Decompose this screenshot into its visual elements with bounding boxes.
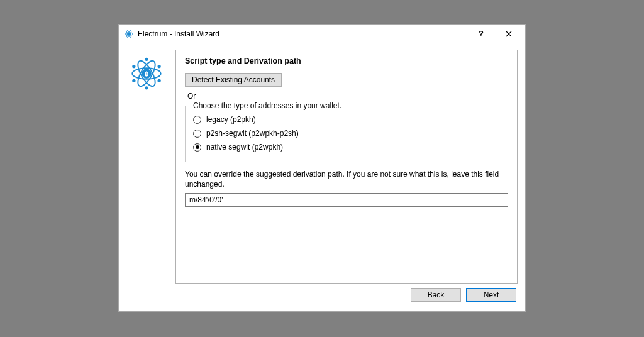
detect-existing-accounts-button[interactable]: Detect Existing Accounts [185,73,282,87]
svg-point-7 [145,58,148,61]
svg-point-3 [128,33,130,35]
svg-point-8 [145,86,148,89]
svg-text:฿: ฿ [145,70,148,77]
window-title: Electrum - Install Wizard [138,30,219,38]
svg-point-10 [158,65,161,68]
client-area: ฿ Script type and Derivation path Detect… [119,43,525,311]
help-button[interactable]: ? [467,25,495,43]
app-icon [124,29,134,39]
groupbox-legend: Choose the type of addresses in your wal… [191,101,344,110]
titlebar: Electrum - Install Wizard ? [119,25,525,43]
derivation-path-input[interactable] [185,193,508,207]
override-help-text: You can override the suggested derivatio… [185,170,508,189]
radio-icon [193,116,201,124]
electrum-atom-icon: ฿ [129,56,164,284]
or-label: Or [187,92,508,101]
svg-point-11 [132,79,135,82]
back-button[interactable]: Back [411,288,461,302]
content-frame: Script type and Derivation path Detect E… [175,50,518,284]
radio-icon [193,143,201,152]
radio-icon [193,130,201,138]
address-type-groupbox: Choose the type of addresses in your wal… [185,106,508,162]
svg-point-9 [132,65,135,68]
svg-point-12 [158,79,161,82]
radio-label: native segwit (p2wpkh) [206,143,283,152]
close-button[interactable] [495,25,523,43]
install-wizard-window: Electrum - Install Wizard ? [118,24,526,312]
section-heading: Script type and Derivation path [185,57,508,65]
footer: Back Next [126,284,518,306]
radio-native-segwit[interactable]: native segwit (p2wpkh) [193,140,500,154]
next-button[interactable]: Next [466,288,516,302]
radio-label: legacy (p2pkh) [206,115,256,124]
radio-label: p2sh-segwit (p2wpkh-p2sh) [206,129,299,138]
radio-p2sh-segwit[interactable]: p2sh-segwit (p2wpkh-p2sh) [193,126,500,140]
radio-legacy[interactable]: legacy (p2pkh) [193,113,500,126]
logo-column: ฿ [126,50,167,284]
